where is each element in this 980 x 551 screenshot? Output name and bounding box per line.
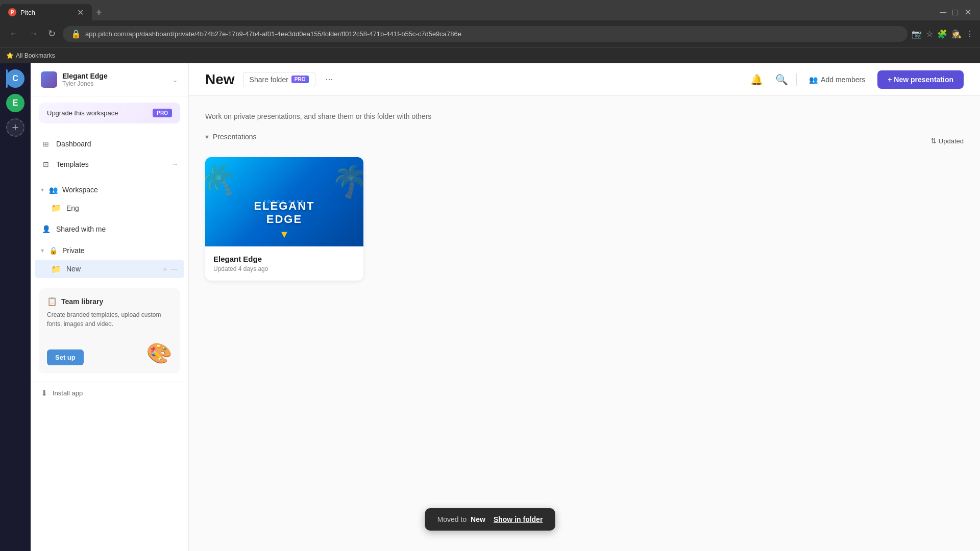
presentations-section-label: Presentations <box>213 133 257 141</box>
tab-close-btn[interactable]: ✕ <box>77 8 84 17</box>
private-section-header[interactable]: ▾ 🔒 Private <box>31 241 188 260</box>
content-area: Work on private presentations, and share… <box>189 96 980 297</box>
private-chevron-down-icon: ▾ <box>41 247 44 254</box>
sort-icon: ⇅ <box>930 137 937 145</box>
private-section-label: Private <box>62 246 85 255</box>
add-workspace-btn[interactable]: + <box>6 118 24 137</box>
camera-icon[interactable]: 📷 <box>912 29 922 39</box>
share-folder-button[interactable]: Share folder PRO <box>243 72 315 87</box>
team-library-section: 📋 Team library Create branded templates,… <box>39 288 180 373</box>
reload-btn[interactable]: ↻ <box>45 26 59 41</box>
bookmark-label: All Bookmarks <box>16 52 55 59</box>
cursor-icon: ✏️ <box>151 349 162 360</box>
add-members-button[interactable]: 👥 Add members <box>803 71 871 88</box>
toast-prefix-text: Moved to New <box>437 515 485 523</box>
workspace-section: ▾ 👥 Workspace 📁 Eng <box>31 179 188 219</box>
new-folder-icon: 📁 <box>51 264 61 274</box>
nav-dashboard[interactable]: ⊞ Dashboard <box>31 134 188 154</box>
tab-title: Pitch <box>20 9 35 16</box>
shared-with-me-label: Shared with me <box>56 225 106 233</box>
card-info: Elegant Edge Updated 4 days ago <box>205 246 363 281</box>
sidebar-item-new-folder[interactable]: 📁 New + ··· <box>35 260 184 278</box>
presentations-grid: 🌴 🌴 ELEGANT EDGE FORGE SAFE ▼ Elegant Ed… <box>205 157 964 281</box>
menu-icon[interactable]: ⋮ <box>966 29 974 39</box>
presentations-section-header[interactable]: ▾ Presentations <box>205 133 257 141</box>
workspace-user: Tyler Jones <box>62 80 167 87</box>
private-section: ▾ 🔒 Private 📁 New + ··· <box>31 239 188 280</box>
workspace-info: Elegant Edge Tyler Jones <box>62 72 167 87</box>
team-library-footer: Set up 🎨 ✏️ <box>47 335 172 365</box>
install-app-item[interactable]: ⬇ Install app <box>31 382 188 404</box>
add-members-icon: 👥 <box>809 76 818 84</box>
upgrade-banner[interactable]: Upgrade this workspace PRO <box>39 103 180 123</box>
team-library-description: Create branded templates, upload custom … <box>47 310 172 329</box>
presentations-section: ▾ Presentations ⇅ Updated 🌴 🌴 <box>205 133 964 281</box>
workspace-group-icon: 👥 <box>48 185 58 195</box>
add-members-label: Add members <box>821 76 865 84</box>
sidebar-item-eng[interactable]: 📁 Eng <box>31 199 188 217</box>
presentation-card-elegant-edge[interactable]: 🌴 🌴 ELEGANT EDGE FORGE SAFE ▼ Elegant Ed… <box>205 157 363 281</box>
new-presentation-button[interactable]: + New presentation <box>877 70 964 89</box>
workspace-avatar-c[interactable]: C <box>6 69 24 88</box>
url-bar[interactable]: 🔒 app.pitch.com/app/dashboard/private/4b… <box>63 26 908 42</box>
eng-folder-icon: 📁 <box>51 203 61 213</box>
toast-action-link[interactable]: Show in folder <box>494 515 543 523</box>
address-actions: 📷 ☆ 🧩 🕵 ⋮ <box>912 29 974 39</box>
team-library-icon: 📋 <box>47 296 57 306</box>
bookmarks-bar: ⭐ All Bookmarks <box>0 47 980 63</box>
main-sidebar: Elegant Edge Tyler Jones ⌄ Upgrade this … <box>31 63 189 551</box>
forward-btn[interactable]: → <box>26 27 41 41</box>
notifications-btn[interactable]: 🔔 <box>748 71 765 88</box>
setup-button[interactable]: Set up <box>47 349 84 365</box>
bookmark-star-icon: ⭐ <box>6 52 14 59</box>
active-workspace-indicator <box>6 69 8 88</box>
incognito-icon[interactable]: 🕵 <box>951 29 962 39</box>
team-library-header: 📋 Team library <box>47 296 172 306</box>
close-btn[interactable]: ✕ <box>962 5 974 20</box>
new-tab-button[interactable]: + <box>92 7 106 18</box>
tab-controls: ─ □ ✕ <box>938 5 980 20</box>
browser-chrome: P Pitch ✕ + ─ □ ✕ ← → ↻ 🔒 app.pitch.com/… <box>0 0 980 63</box>
star-icon[interactable]: ☆ <box>926 29 933 39</box>
search-btn[interactable]: 🔍 <box>773 71 790 88</box>
install-app-label: Install app <box>53 389 83 397</box>
share-folder-pro-badge: PRO <box>291 76 309 83</box>
folder-more-btn[interactable]: ··· <box>170 264 178 274</box>
workspace-header: Elegant Edge Tyler Jones ⌄ <box>31 63 188 96</box>
new-folder-label: New <box>66 265 81 273</box>
workspace-logo <box>41 71 57 88</box>
puzzle-icon[interactable]: 🧩 <box>937 29 947 39</box>
top-bar-left: New Share folder PRO ··· <box>205 71 335 88</box>
share-folder-label: Share folder <box>250 76 288 84</box>
card-thumbnail: 🌴 🌴 ELEGANT EDGE FORGE SAFE ▼ <box>205 157 363 246</box>
minimize-btn[interactable]: ─ <box>938 5 948 20</box>
nav-templates-label: Templates <box>56 160 89 168</box>
templates-icon: ⊡ <box>41 159 51 169</box>
top-bar: New Share folder PRO ··· 🔔 🔍 👥 Add membe… <box>189 63 980 96</box>
shared-icon: 👤 <box>41 224 51 234</box>
nav-dashboard-label: Dashboard <box>56 140 91 148</box>
upgrade-text: Upgrade this workspace <box>47 109 118 117</box>
tab-favicon: P <box>8 8 16 16</box>
sort-control[interactable]: ⇅ Updated <box>930 137 964 145</box>
page-title: New <box>205 71 235 88</box>
bookmark-item[interactable]: ⭐ All Bookmarks <box>6 52 55 59</box>
card-logo-icon: ▼ <box>279 229 289 240</box>
nav-shared-with-me[interactable]: 👤 Shared with me <box>31 219 188 239</box>
top-bar-icons: 🔔 🔍 <box>748 71 790 88</box>
workspace-chevron-icon[interactable]: ⌄ <box>172 76 178 84</box>
team-library-illustration: 🎨 ✏️ <box>131 335 172 365</box>
maximize-btn[interactable]: □ <box>950 5 960 20</box>
workspace-avatar-e[interactable]: E <box>6 94 24 112</box>
folder-more-options-btn[interactable]: ··· <box>324 72 335 87</box>
nav-templates[interactable]: ⊡ Templates → <box>31 154 188 174</box>
nav-section: ⊞ Dashboard ⊡ Templates → <box>31 130 188 179</box>
dashboard-icon: ⊞ <box>41 139 51 149</box>
new-folder-actions: + ··· <box>162 264 178 274</box>
active-tab[interactable]: P Pitch ✕ <box>0 4 92 20</box>
templates-arrow-icon: → <box>172 161 178 168</box>
workspace-section-header[interactable]: ▾ 👥 Workspace <box>31 181 188 199</box>
back-btn[interactable]: ← <box>6 27 21 41</box>
add-to-folder-btn[interactable]: + <box>162 264 168 274</box>
team-library-title: Team library <box>61 297 103 306</box>
